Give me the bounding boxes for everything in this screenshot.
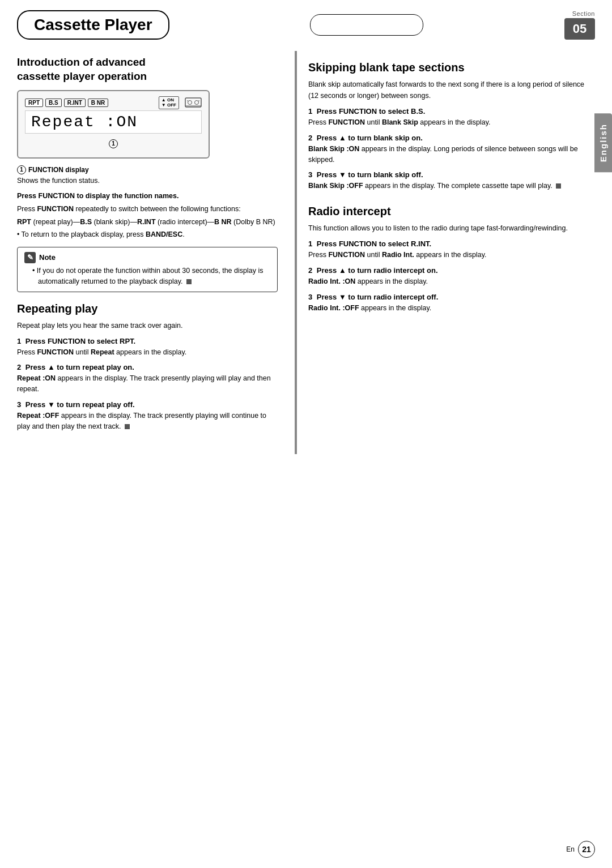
annotation-1-title: 1 FUNCTION display	[17, 165, 278, 174]
repeat-step-1-body: Press FUNCTION until Repeat appears in t…	[17, 347, 278, 358]
on-label: ▲ ON	[162, 97, 176, 103]
end-square	[186, 279, 192, 284]
left-column: Introduction of advanced cassette player…	[0, 51, 295, 454]
badge-rpt: RPT	[25, 99, 43, 107]
page-title: Cassette Player	[34, 16, 152, 33]
circle-1: 1	[109, 139, 118, 148]
radio-step-3-header: 3 Press ▼ to turn radio intercept off.	[308, 293, 595, 301]
skipping-intro: Blank skip automatically fast forwards t…	[308, 79, 595, 101]
footer-page-number: En 21	[566, 841, 595, 858]
page-footer: En 21	[0, 841, 612, 858]
press-function-list: RPT (repeat play)—B.S (blank skip)—R.INT…	[17, 217, 278, 228]
page-header: Cassette Player Section 05	[0, 0, 612, 45]
section-label: Section	[572, 10, 595, 17]
header-section: Section 05	[564, 10, 595, 40]
skip-step-1-header: 1 Press FUNCTION to select B.S.	[308, 107, 595, 116]
skip-step-1-body: Press FUNCTION until Blank Skip appears …	[308, 117, 595, 128]
annotation-1: 1 FUNCTION display Shows the function st…	[17, 165, 278, 186]
radio-step-3-body: Radio Int. :OFF appears in the display.	[308, 303, 595, 314]
skip-step-3: 3 Press ▼ to turn blank skip off. Blank …	[308, 170, 595, 191]
section-number: 05	[564, 18, 595, 40]
display-main-text: Repeat :ON	[25, 110, 202, 134]
end-square-2	[125, 424, 130, 429]
repeating-play-heading: Repeating play	[17, 302, 278, 315]
note-icon: ✎	[24, 252, 36, 263]
repeating-play-intro: Repeat play lets you hear the same track…	[17, 320, 278, 331]
radio-step-2: 2 Press ▲ to turn radio intercept on. Ra…	[308, 266, 595, 287]
repeat-step-3-body: Repeat :OFF appears in the display. The …	[17, 411, 278, 432]
radio-step-2-body: Radio Int. :ON appears in the display.	[308, 276, 595, 287]
badge-rint: R.INT	[64, 99, 86, 107]
intro-heading: Introduction of advanced cassette player…	[17, 55, 278, 83]
radio-intercept-heading: Radio intercept	[308, 205, 595, 218]
on-off-display: ▲ ON ▼ OFF	[159, 96, 179, 109]
off-label: ▼ OFF	[162, 102, 176, 108]
annotation-circle-1: 1	[17, 165, 26, 174]
skip-step-1: 1 Press FUNCTION to select B.S. Press FU…	[308, 107, 595, 128]
repeat-step-3: 3 Press ▼ to turn repeat play off. Repea…	[17, 400, 278, 432]
title-box: Cassette Player	[17, 10, 169, 40]
header-center-box	[310, 14, 423, 36]
repeat-step-2-header: 2 Press ▲ to turn repeat play on.	[17, 363, 278, 371]
radio-step-3: 3 Press ▼ to turn radio intercept off. R…	[308, 293, 595, 314]
press-function-return: • To return to the playback display, pre…	[17, 229, 278, 240]
skip-step-3-body: Blank Skip :OFF appears in the display. …	[308, 181, 595, 191]
repeat-step-2: 2 Press ▲ to turn repeat play on. Repeat…	[17, 363, 278, 395]
press-function-intro: Press FUNCTION repeatedly to switch betw…	[17, 204, 278, 215]
skip-step-3-header: 3 Press ▼ to turn blank skip off.	[308, 170, 595, 179]
badge-bnr: B NR	[88, 99, 108, 107]
annotation-1-text: Shows the function status.	[17, 176, 278, 186]
radio-step-2-header: 2 Press ▲ to turn radio intercept on.	[308, 266, 595, 275]
right-column: Skipping blank tape sections Blank skip …	[295, 51, 612, 454]
repeat-step-2-body: Repeat :ON appears in the display. The t…	[17, 373, 278, 395]
footer-en-label: En	[566, 845, 575, 853]
repeat-step-3-header: 3 Press ▼ to turn repeat play off.	[17, 400, 278, 409]
note-box: ✎ Note • If you do not operate the funct…	[17, 247, 278, 292]
radio-step-1-body: Press FUNCTION until Radio Int. appears …	[308, 250, 595, 260]
skip-step-2-body: Blank Skip :ON appears in the display. L…	[308, 144, 595, 165]
skipping-section: Skipping blank tape sections Blank skip …	[308, 61, 595, 191]
tape-icon	[185, 96, 202, 109]
end-square-3	[556, 183, 561, 189]
repeat-step-1-header: 1 Press FUNCTION to select RPT.	[17, 337, 278, 345]
radio-intercept-section: Radio intercept This function allows you…	[308, 205, 595, 313]
radio-step-1: 1 Press FUNCTION to select R.INT. Press …	[308, 240, 595, 260]
svg-point-1	[188, 101, 192, 105]
skipping-heading: Skipping blank tape sections	[308, 61, 595, 74]
english-tab: English	[594, 113, 612, 172]
radio-step-1-header: 1 Press FUNCTION to select R.INT.	[308, 240, 595, 248]
svg-point-2	[195, 101, 199, 105]
footer-number: 21	[578, 841, 595, 858]
note-title: ✎ Note	[24, 252, 270, 263]
press-function-block: Press FUNCTION to display the function n…	[17, 191, 278, 240]
skip-step-2-header: 2 Press ▲ to turn blank skip on.	[308, 134, 595, 142]
display-top-row: RPT B.S R.INT B NR ▲ ON ▼ OFF	[25, 96, 202, 109]
repeat-step-1: 1 Press FUNCTION to select RPT. Press FU…	[17, 337, 278, 358]
note-text: • If you do not operate the function wit…	[30, 266, 270, 287]
display-area: RPT B.S R.INT B NR ▲ ON ▼ OFF	[17, 90, 210, 159]
press-function-heading: Press FUNCTION to display the function n…	[17, 191, 278, 202]
repeating-play-section: Repeating play Repeat play lets you hear…	[17, 302, 278, 432]
display-circle-annotation: 1	[25, 139, 202, 148]
skip-step-2: 2 Press ▲ to turn blank skip on. Blank S…	[308, 134, 595, 165]
radio-intercept-intro: This function allows you to listen to th…	[308, 223, 595, 234]
badge-bs: B.S	[45, 99, 62, 107]
main-content: Introduction of advanced cassette player…	[0, 45, 612, 454]
